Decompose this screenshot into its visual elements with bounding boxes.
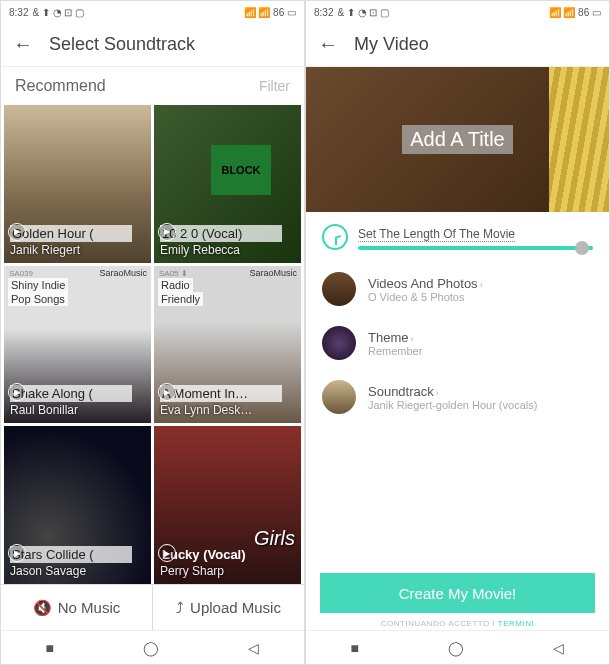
status-icons: & ⬆ ◔ ⊡ ▢: [32, 7, 84, 18]
option-videos-photos[interactable]: Videos And Photos› O Video & 5 Photos: [306, 262, 609, 316]
track-tile[interactable]: SaraoMusic Radio Friendly SA05 ⬇ ▶ A Mom…: [154, 266, 301, 424]
no-music-label: No Music: [58, 599, 121, 616]
recommend-label: Recommend: [15, 77, 106, 95]
phone-right-myvideo: 8:32& ⬆ ◔ ⊡ ▢ 📶 📶 86 ▭ ← My Video Add A …: [305, 0, 610, 665]
subheader: Recommend Filter: [1, 67, 304, 105]
track-artist: Eva Lynn Desk…: [160, 403, 295, 417]
play-icon[interactable]: ▶: [8, 223, 26, 241]
clock-icon: [322, 224, 348, 250]
brand-label: SaraoMusic: [249, 268, 297, 278]
play-icon[interactable]: ▶: [8, 544, 26, 562]
terms-text: CONTINUANDO ACCETTO I TERMINI: [306, 619, 609, 630]
create-movie-button[interactable]: Create My Movie!: [320, 573, 595, 613]
track-artist: Janik Riegert: [10, 243, 145, 257]
track-title: Stars Collide (: [10, 546, 132, 563]
create-label: Create My Movie!: [399, 585, 517, 602]
phone-left-soundtrack: 8:32& ⬆ ◔ ⊡ ▢ 📶 📶 86 ▭ ← Select Soundtra…: [0, 0, 305, 665]
option-title: Videos And Photos: [368, 276, 478, 291]
nav-home-icon[interactable]: ◯: [448, 640, 464, 656]
track-genre: Radio: [158, 278, 193, 292]
track-tile[interactable]: Girls ▶ Lucky (Vocal) Perry Sharp: [154, 426, 301, 584]
option-subtitle: O Video & 5 Photos: [368, 291, 483, 303]
header: ← Select Soundtrack: [1, 23, 304, 67]
status-time: 8:32: [314, 7, 333, 18]
track-genre-2: Friendly: [158, 292, 203, 306]
length-row: Set The Length Of The Movie: [306, 212, 609, 262]
nav-recent-icon[interactable]: ■: [46, 640, 54, 656]
status-right: 📶 📶 86 ▭: [549, 7, 601, 18]
option-title: Theme: [368, 330, 408, 345]
android-navbar: ■ ◯ ◁: [1, 630, 304, 664]
status-time: 8:32: [9, 7, 28, 18]
block-label: BLOCK: [211, 145, 271, 195]
track-tile[interactable]: BLOCK ▶ 10 2 0 (Vocal) Emily Rebecca: [154, 105, 301, 263]
track-artist: Jason Savage: [10, 564, 145, 578]
mute-icon: 🔇: [33, 599, 52, 617]
back-icon[interactable]: ←: [13, 33, 33, 56]
play-icon[interactable]: ▶: [158, 544, 176, 562]
option-soundtrack[interactable]: Soundtrack› Janik Riegert-golden Hour (v…: [306, 370, 609, 424]
no-music-button[interactable]: 🔇 No Music: [1, 585, 152, 630]
track-title: 10 2 0 (Vocal): [160, 225, 282, 242]
status-right: 📶 📶 86 ▭: [244, 7, 296, 18]
nav-back-icon[interactable]: ◁: [248, 640, 259, 656]
track-tile[interactable]: ▶ Golden Hour ( Janik Riegert: [4, 105, 151, 263]
track-tile[interactable]: SaraoMusic Shiny Indie Pop Songs SA039 ▶…: [4, 266, 151, 424]
option-thumb: [322, 326, 356, 360]
track-artist: Emily Rebecca: [160, 243, 295, 257]
android-navbar: ■ ◯ ◁: [306, 630, 609, 664]
track-genre-2: Pop Songs: [8, 292, 68, 306]
track-title: A Moment In…: [160, 385, 282, 402]
footer-actions: 🔇 No Music ⤴ Upload Music: [1, 584, 304, 630]
soundtrack-grid: ▶ Golden Hour ( Janik Riegert BLOCK ▶ 10…: [1, 105, 304, 584]
option-title: Soundtrack: [368, 384, 434, 399]
option-thumb: [322, 272, 356, 306]
nav-recent-icon[interactable]: ■: [351, 640, 359, 656]
preview-fries: [549, 67, 609, 212]
terms-link[interactable]: TERMINI: [498, 619, 534, 628]
chevron-right-icon: ›: [480, 280, 483, 290]
status-icons: & ⬆ ◔ ⊡ ▢: [337, 7, 389, 18]
option-subtitle: Janik Riegert-golden Hour (vocals): [368, 399, 537, 411]
length-label: Set The Length Of The Movie: [358, 227, 515, 242]
nav-home-icon[interactable]: ◯: [143, 640, 159, 656]
option-subtitle: Remember: [368, 345, 422, 357]
add-title-overlay[interactable]: Add A Title: [402, 125, 513, 154]
track-artist: Raul Bonillar: [10, 403, 145, 417]
upload-icon: ⤴: [176, 599, 184, 616]
back-icon[interactable]: ←: [318, 33, 338, 56]
upload-music-button[interactable]: ⤴ Upload Music: [152, 585, 304, 630]
filter-button[interactable]: Filter: [259, 78, 290, 94]
play-icon[interactable]: ▶: [158, 223, 176, 241]
page-title: Select Soundtrack: [49, 34, 195, 55]
track-title: Golden Hour (: [10, 225, 132, 242]
track-artist: Perry Sharp: [160, 564, 295, 578]
status-bar: 8:32& ⬆ ◔ ⊡ ▢ 📶 📶 86 ▭: [1, 1, 304, 23]
track-code: SA05 ⬇: [156, 268, 191, 279]
brand-label: SaraoMusic: [99, 268, 147, 278]
slider-thumb[interactable]: [575, 241, 589, 255]
nav-back-icon[interactable]: ◁: [553, 640, 564, 656]
track-tile[interactable]: ▶ Stars Collide ( Jason Savage: [4, 426, 151, 584]
track-code: SA039: [6, 268, 36, 279]
header: ← My Video: [306, 23, 609, 67]
page-title: My Video: [354, 34, 429, 55]
chevron-right-icon: ›: [436, 388, 439, 398]
track-genre: Shiny Indie: [8, 278, 68, 292]
chevron-right-icon: ›: [410, 334, 413, 344]
upload-label: Upload Music: [190, 599, 281, 616]
length-slider[interactable]: [358, 246, 593, 250]
tile-tag: Girls: [254, 527, 295, 550]
option-thumb: [322, 380, 356, 414]
option-theme[interactable]: Theme› Remember: [306, 316, 609, 370]
track-title: Shake Along (: [10, 385, 132, 402]
status-bar: 8:32& ⬆ ◔ ⊡ ▢ 📶 📶 86 ▭: [306, 1, 609, 23]
video-preview[interactable]: Add A Title: [306, 67, 609, 212]
